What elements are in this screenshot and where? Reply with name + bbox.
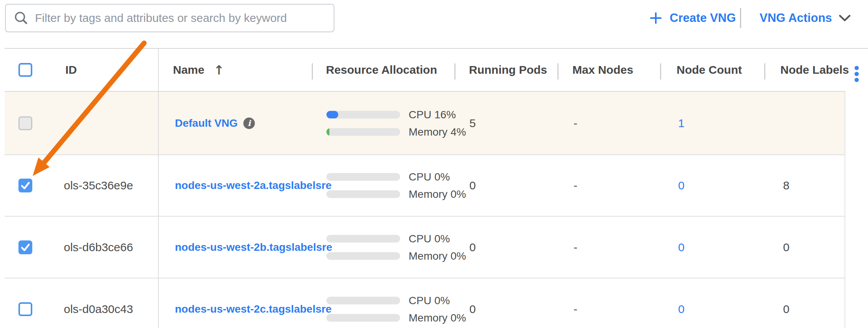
resource-allocation-cell: CPU 16% Memory 4% [326, 111, 466, 136]
cpu-progress-bar [326, 173, 400, 181]
vng-name-link[interactable]: nodes-us-west-2c.tagslabelsre [175, 303, 332, 315]
vng-name-link[interactable]: nodes-us-west-2b.tagslabelsre [175, 241, 332, 253]
running-pods-value: 5 [469, 117, 476, 130]
memory-progress-bar [326, 191, 400, 198]
cpu-progress-bar [326, 111, 400, 118]
cpu-progress-bar [326, 235, 400, 242]
header-divider [312, 63, 313, 80]
node-count-link[interactable]: 1 [678, 117, 685, 130]
vng-actions-label: VNG Actions [760, 11, 832, 25]
header-divider [557, 63, 559, 80]
search-icon [14, 11, 28, 25]
search-input[interactable] [35, 7, 334, 30]
node-count-link[interactable]: 0 [678, 179, 685, 192]
cpu-label: CPU 16% [409, 108, 456, 121]
info-icon[interactable]: i [243, 118, 255, 129]
running-pods-value: 0 [469, 179, 476, 192]
table-row: ols-35c36e9e nodes-us-west-2a.tagslabels… [5, 155, 845, 217]
node-labels-value: 8 [783, 179, 790, 192]
resource-allocation-cell: CPU 0% Memory 0% [326, 173, 466, 198]
column-settings-dots-icon[interactable] [854, 66, 859, 84]
vng-actions-dropdown[interactable]: VNG Actions [760, 7, 851, 29]
max-nodes-value: - [574, 117, 577, 130]
node-count-link[interactable]: 0 [678, 303, 685, 316]
table-row: ols-d0a30c43 nodes-us-west-2c.tagslabels… [5, 278, 845, 328]
select-all-checkbox[interactable] [18, 63, 32, 77]
create-vng-button[interactable]: Create VNG [650, 7, 736, 29]
running-pods-value: 0 [469, 241, 476, 254]
create-vng-label: Create VNG [670, 11, 736, 25]
column-header-node-labels[interactable]: Node Labels [780, 63, 849, 76]
vng-name-link[interactable]: Default VNG i [175, 117, 255, 129]
running-pods-value: 0 [469, 303, 476, 316]
column-header-running-pods[interactable]: Running Pods [469, 63, 547, 76]
cpu-label: CPU 0% [409, 171, 450, 183]
resource-allocation-cell: CPU 0% Memory 0% [326, 297, 466, 322]
sort-ascending-icon[interactable]: ↑ [214, 64, 224, 76]
memory-label: Memory 0% [409, 188, 466, 200]
row-checkbox-disabled [18, 116, 32, 130]
memory-progress-bar [326, 128, 400, 136]
max-nodes-value: - [574, 303, 577, 316]
vng-list-page: Create VNG VNG Actions ID Name ↑ Resourc… [0, 0, 868, 328]
node-count-link[interactable]: 0 [678, 241, 685, 254]
max-nodes-value: - [574, 241, 577, 254]
column-header-max-nodes[interactable]: Max Nodes [572, 63, 633, 76]
vng-name-link[interactable]: nodes-us-west-2a.tagslabelsre [175, 179, 332, 192]
table-row: Default VNG i CPU 16% Memory 4% 5 - 1 [5, 91, 845, 155]
column-header-node-count[interactable]: Node Count [677, 63, 742, 76]
plus-icon [650, 12, 662, 24]
row-checkbox-checked[interactable] [18, 179, 32, 192]
node-labels-value: 0 [783, 303, 790, 316]
header-divider [660, 63, 661, 80]
cpu-label: CPU 0% [409, 295, 450, 307]
vng-id: ols-d6b3ce66 [64, 241, 133, 254]
cpu-progress-bar [326, 297, 400, 305]
table-header-row: ID Name ↑ Resource Allocation Running Po… [0, 49, 868, 91]
column-header-id[interactable]: ID [65, 63, 77, 76]
chevron-down-icon [839, 15, 851, 22]
toolbar-divider [740, 8, 741, 28]
header-divider [764, 63, 765, 80]
header-divider [454, 63, 456, 80]
table-row: ols-d6b3ce66 nodes-us-west-2b.tagslabels… [5, 217, 845, 278]
memory-progress-bar [326, 252, 400, 260]
vng-id: ols-35c36e9e [64, 179, 133, 192]
resource-allocation-cell: CPU 0% Memory 0% [326, 235, 466, 260]
row-checkbox-checked[interactable] [18, 240, 32, 254]
search-box[interactable] [5, 4, 334, 32]
row-checkbox-unchecked[interactable] [18, 302, 32, 316]
id-name-column-divider [158, 49, 159, 328]
memory-label: Memory 0% [409, 312, 466, 324]
cpu-label: CPU 0% [409, 232, 450, 245]
column-header-resource-allocation[interactable]: Resource Allocation [326, 63, 437, 76]
max-nodes-value: - [574, 179, 577, 192]
memory-progress-bar [326, 314, 400, 322]
node-labels-value: 0 [783, 241, 790, 254]
checkmark-icon [18, 240, 32, 254]
vng-id: ols-d0a30c43 [64, 303, 133, 316]
memory-label: Memory 4% [409, 126, 466, 138]
memory-label: Memory 0% [409, 250, 466, 262]
column-header-name[interactable]: Name ↑ [173, 63, 224, 76]
checkmark-icon [18, 179, 32, 192]
